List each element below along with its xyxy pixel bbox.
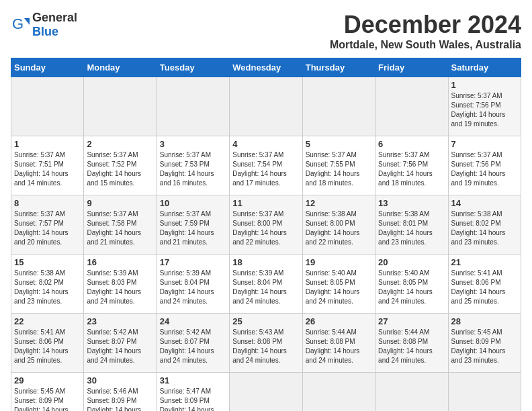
table-row: 10Sunrise: 5:37 AMSunset: 7:59 PMDayligh… [157,195,229,255]
table-row: 23Sunrise: 5:42 AMSunset: 8:07 PMDayligh… [84,314,157,373]
table-row: 5Sunrise: 5:37 AMSunset: 7:55 PMDaylight… [302,136,375,195]
logo-icon: G [11,15,30,34]
table-row: 25Sunrise: 5:43 AMSunset: 8:08 PMDayligh… [230,314,302,373]
table-row: 1Sunrise: 5:37 AMSunset: 7:51 PMDaylight… [11,136,84,195]
table-row [84,77,157,136]
table-row [302,373,375,412]
day-number: 26 [306,316,372,326]
day-number: 23 [87,316,153,326]
day-info: Sunrise: 5:42 AMSunset: 8:07 PMDaylight:… [87,328,153,365]
day-info: Sunrise: 5:37 AMSunset: 7:56 PMDaylight:… [378,150,445,188]
day-info: Sunrise: 5:40 AMSunset: 8:05 PMDaylight:… [306,269,372,306]
table-row: 18Sunrise: 5:39 AMSunset: 8:04 PMDayligh… [230,255,302,314]
calendar-week-row: 29Sunrise: 5:45 AMSunset: 8:09 PMDayligh… [11,373,521,412]
calendar-week-row: 22Sunrise: 5:41 AMSunset: 8:06 PMDayligh… [11,314,521,373]
table-row: 13Sunrise: 5:38 AMSunset: 8:01 PMDayligh… [375,195,448,255]
table-row [375,373,448,412]
day-number: 25 [232,316,299,326]
day-info: Sunrise: 5:44 AMSunset: 8:08 PMDaylight:… [306,328,372,365]
col-monday: Monday [84,58,157,77]
day-number: 14 [451,198,518,208]
col-saturday: Saturday [448,58,521,77]
day-number: 10 [160,198,226,208]
svg-marker-1 [24,18,30,25]
day-number: 19 [306,257,372,267]
col-sunday: Sunday [11,58,84,77]
day-number: 15 [14,257,81,267]
day-info: Sunrise: 5:41 AMSunset: 8:06 PMDaylight:… [451,269,518,306]
day-number: 31 [160,375,226,385]
day-info: Sunrise: 5:38 AMSunset: 8:00 PMDaylight:… [306,210,372,247]
table-row: 4Sunrise: 5:37 AMSunset: 7:54 PMDaylight… [230,136,302,195]
day-info: Sunrise: 5:45 AMSunset: 8:09 PMDaylight:… [451,328,518,365]
calendar-week-row: 8Sunrise: 5:37 AMSunset: 7:57 PMDaylight… [11,195,521,255]
day-number: 16 [87,257,153,267]
logo-text: General Blue [32,11,77,39]
col-wednesday: Wednesday [230,58,302,77]
table-row: 8Sunrise: 5:37 AMSunset: 7:57 PMDaylight… [11,195,84,255]
day-info: Sunrise: 5:37 AMSunset: 7:56 PMDaylight:… [451,150,518,188]
day-info: Sunrise: 5:38 AMSunset: 8:01 PMDaylight:… [378,210,445,247]
table-row: 6Sunrise: 5:37 AMSunset: 7:56 PMDaylight… [375,136,448,195]
day-number: 28 [451,316,518,326]
day-info: Sunrise: 5:46 AMSunset: 8:09 PMDaylight:… [87,387,153,411]
table-row: 28Sunrise: 5:45 AMSunset: 8:09 PMDayligh… [448,314,521,373]
table-row: 22Sunrise: 5:41 AMSunset: 8:06 PMDayligh… [11,314,84,373]
day-info: Sunrise: 5:47 AMSunset: 8:09 PMDaylight:… [160,387,226,411]
table-row: 14Sunrise: 5:38 AMSunset: 8:02 PMDayligh… [448,195,521,255]
day-number: 11 [232,198,299,208]
day-info: Sunrise: 5:37 AMSunset: 7:52 PMDaylight:… [87,150,153,188]
calendar-header-row: Sunday Monday Tuesday Wednesday Thursday… [11,58,521,77]
table-row: 20Sunrise: 5:40 AMSunset: 8:05 PMDayligh… [375,255,448,314]
day-number: 2 [87,139,153,149]
table-row: 1Sunrise: 5:37 AMSunset: 7:56 PMDaylight… [448,77,521,136]
day-number: 1 [14,139,81,149]
day-number: 22 [14,316,81,326]
day-number: 24 [160,316,226,326]
table-row: 2Sunrise: 5:37 AMSunset: 7:52 PMDaylight… [84,136,157,195]
table-row: 11Sunrise: 5:37 AMSunset: 8:00 PMDayligh… [230,195,302,255]
table-row: 17Sunrise: 5:39 AMSunset: 8:04 PMDayligh… [157,255,229,314]
table-row [302,77,375,136]
logo: G General Blue [11,11,77,39]
day-number: 4 [232,139,299,149]
table-row: 16Sunrise: 5:39 AMSunset: 8:03 PMDayligh… [84,255,157,314]
table-row: 7Sunrise: 5:37 AMSunset: 7:56 PMDaylight… [448,136,521,195]
header: G General Blue December 2024 Mortdale, N… [11,11,521,51]
day-info: Sunrise: 5:38 AMSunset: 8:02 PMDaylight:… [14,269,81,306]
table-row: 29Sunrise: 5:45 AMSunset: 8:09 PMDayligh… [11,373,84,412]
day-info: Sunrise: 5:37 AMSunset: 7:57 PMDaylight:… [14,210,81,247]
col-friday: Friday [375,58,448,77]
table-row: 27Sunrise: 5:44 AMSunset: 8:08 PMDayligh… [375,314,448,373]
day-number: 5 [306,139,372,149]
day-info: Sunrise: 5:37 AMSunset: 7:51 PMDaylight:… [14,150,81,188]
day-info: Sunrise: 5:37 AMSunset: 7:55 PMDaylight:… [306,150,372,188]
day-info: Sunrise: 5:39 AMSunset: 8:04 PMDaylight:… [160,269,226,306]
day-number: 12 [306,198,372,208]
col-thursday: Thursday [302,58,375,77]
day-number: 9 [87,198,153,208]
day-info: Sunrise: 5:37 AMSunset: 7:54 PMDaylight:… [232,150,299,188]
location-title: Mortdale, New South Wales, Australia [330,39,521,51]
table-row: 19Sunrise: 5:40 AMSunset: 8:05 PMDayligh… [302,255,375,314]
day-number: 1 [451,80,518,90]
calendar-week-row: 15Sunrise: 5:38 AMSunset: 8:02 PMDayligh… [11,255,521,314]
calendar-week-row: 1Sunrise: 5:37 AMSunset: 7:56 PMDaylight… [11,77,521,136]
day-number: 6 [378,139,445,149]
day-number: 8 [14,198,81,208]
day-info: Sunrise: 5:44 AMSunset: 8:08 PMDaylight:… [378,328,445,365]
day-info: Sunrise: 5:37 AMSunset: 7:58 PMDaylight:… [87,210,153,247]
day-number: 20 [378,257,445,267]
day-info: Sunrise: 5:37 AMSunset: 7:53 PMDaylight:… [160,150,226,188]
table-row: 3Sunrise: 5:37 AMSunset: 7:53 PMDaylight… [157,136,229,195]
month-title: December 2024 [330,11,521,39]
day-info: Sunrise: 5:40 AMSunset: 8:05 PMDaylight:… [378,269,445,306]
day-number: 13 [378,198,445,208]
day-number: 18 [232,257,299,267]
day-info: Sunrise: 5:45 AMSunset: 8:09 PMDaylight:… [14,387,81,411]
day-info: Sunrise: 5:37 AMSunset: 7:56 PMDaylight:… [451,91,518,129]
table-row [11,77,84,136]
table-row [230,373,302,412]
table-row: 21Sunrise: 5:41 AMSunset: 8:06 PMDayligh… [448,255,521,314]
day-number: 3 [160,139,226,149]
